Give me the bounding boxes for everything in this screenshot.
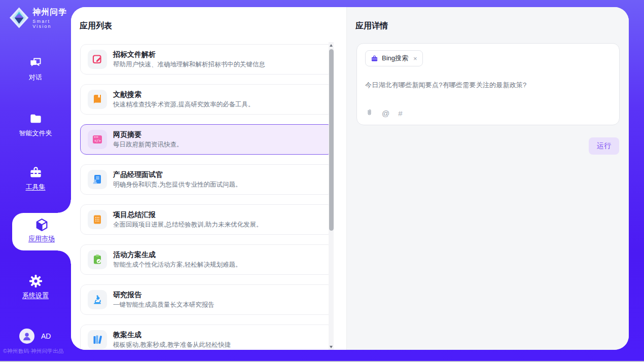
prompt-text[interactable]: 今日湖北有哪些新闻要点?有哪些需要关注的最新政策? (365, 81, 611, 90)
paperclip-icon[interactable] (366, 108, 373, 118)
user-initials: AD (41, 332, 51, 340)
app-card-desc: 快速精准查找学术资源,提高研究效率的必备工具。 (113, 100, 254, 109)
sidebar-item-label: 系统设置 (0, 291, 71, 300)
sidebar: 神州问学 Smart Vision 对话 智能文件夹 (0, 0, 71, 361)
run-button[interactable]: 运行 (589, 137, 619, 155)
app-card-literature-search[interactable]: 文献搜索 快速精准查找学术资源,提高研究效率的必备工具。 (80, 84, 334, 115)
sidebar-item-app-market[interactable]: 应用市场 (12, 213, 71, 250)
brand-name: 神州问学 (32, 7, 71, 18)
app-card-project-summary[interactable]: 项目总结汇报 全面回顾项目进展,总结经验教训,助力未来优化发展。 (80, 204, 334, 235)
sidebar-item-chat[interactable]: 对话 (0, 56, 71, 82)
sidebar-item-label: 对话 (0, 73, 71, 82)
sidebar-item-label: 应用市场 (12, 234, 71, 243)
app-window: 神州问学 Smart Vision 对话 智能文件夹 (0, 0, 644, 362)
sidebar-item-settings[interactable]: 系统设置 (0, 274, 71, 300)
tender-parse-icon (88, 50, 107, 69)
app-card-desc: 一键智能生成高质量长文本研究报告 (113, 301, 214, 309)
hash-icon[interactable]: # (398, 109, 403, 118)
sidebar-item-label: 工具集 (0, 183, 71, 192)
app-detail-title: 应用详情 (347, 7, 629, 31)
mention-icon[interactable]: @ (382, 109, 389, 118)
app-card-activity-plan[interactable]: 活动方案生成 智能生成个性化活动方案,轻松解决规划难题。 (80, 244, 334, 275)
app-card-desc: 模板驱动,教案秒成,教学准备从此轻松快捷 (113, 341, 231, 349)
app-card-title: 产品经理面试官 (113, 170, 241, 179)
brand-text: 神州问学 Smart Vision (32, 7, 71, 29)
app-list-panel: 应用列表 招标文件解析 帮助用户快速、准确地理解和解析招标书中的关键信息 (71, 7, 346, 350)
app-cards: 招标文件解析 帮助用户快速、准确地理解和解析招标书中的关键信息 文 (80, 44, 334, 350)
brand-subtitle: Smart Vision (32, 19, 71, 29)
app-card-research-report[interactable]: 研究报告 一键智能生成高质量长文本研究报告 (80, 284, 334, 315)
brand-logo: 神州问学 Smart Vision (9, 7, 71, 29)
copyright-text: ©神州数码·神州问学出品 (3, 348, 72, 355)
research-report-icon (88, 290, 107, 309)
scrollbar[interactable] (329, 42, 334, 350)
app-list-title: 应用列表 (71, 7, 346, 31)
app-card-title: 招标文件解析 (113, 50, 265, 59)
chat-icon (29, 56, 43, 70)
avatar (19, 329, 34, 344)
app-card-desc: 智能生成个性化活动方案,轻松解决规划难题。 (113, 261, 241, 269)
app-card-desc: 明确身份和职责,为您提供专业性的面试问题。 (113, 180, 241, 189)
app-card-title: 教案生成 (113, 330, 231, 340)
briefcase-icon (371, 55, 378, 62)
main-panel: 应用列表 招标文件解析 帮助用户快速、准确地理解和解析招标书中的关键信息 (71, 7, 629, 350)
purple-frame: 神州问学 Smart Vision 对话 智能文件夹 (0, 0, 644, 361)
lesson-plan-icon (88, 330, 107, 349)
user-profile[interactable]: AD (19, 329, 51, 344)
app-card-desc: 每日政府新闻资讯快查。 (113, 140, 183, 149)
sidebar-item-label: 智能文件夹 (0, 129, 71, 138)
tool-tag-label: Bing搜索 (382, 54, 408, 63)
cube-icon (34, 217, 50, 233)
sidebar-item-smart-folders[interactable]: 智能文件夹 (0, 112, 71, 138)
prompt-card[interactable]: Bing搜索 × 今日湖北有哪些新闻要点?有哪些需要关注的最新政策? @ # (356, 43, 620, 125)
scroll-up-icon[interactable] (329, 42, 334, 48)
web-summary-icon: </> (88, 130, 107, 149)
tool-tag-bing-search[interactable]: Bing搜索 × (365, 50, 423, 66)
app-card-title: 活动方案生成 (113, 250, 241, 260)
svg-text:</>: </> (94, 138, 101, 143)
project-summary-icon (88, 210, 107, 229)
app-card-tender-parse[interactable]: 招标文件解析 帮助用户快速、准确地理解和解析招标书中的关键信息 (80, 44, 334, 75)
gear-icon (29, 274, 43, 288)
scroll-down-icon[interactable] (329, 344, 334, 350)
app-card-title: 研究报告 (113, 290, 214, 300)
close-icon[interactable]: × (413, 55, 417, 62)
app-card-desc: 帮助用户快速、准确地理解和解析招标书中的关键信息 (113, 60, 265, 69)
scrollbar-thumb[interactable] (329, 49, 334, 231)
pm-interviewer-icon (88, 170, 107, 189)
toolbox-icon (29, 166, 43, 179)
attachment-toolbar: @ # (366, 108, 403, 118)
app-card-web-summary[interactable]: </> 网页摘要 每日政府新闻资讯快查。 (80, 124, 334, 155)
literature-search-icon (88, 90, 107, 109)
diamond-logo-icon (9, 7, 29, 29)
app-card-pm-interviewer[interactable]: 产品经理面试官 明确身份和职责,为您提供专业性的面试问题。 (80, 164, 334, 195)
app-card-title: 网页摘要 (113, 130, 183, 139)
sidebar-item-toolset[interactable]: 工具集 (0, 166, 71, 192)
app-card-lesson-plan[interactable]: 教案生成 模板驱动,教案秒成,教学准备从此轻松快捷 (80, 324, 334, 350)
person-icon (21, 331, 32, 342)
app-detail-panel: 应用详情 Bing搜索 × 今日湖北有哪些新闻要点?有哪些需要关注的最新政策? (346, 7, 629, 350)
folder-icon (29, 112, 43, 126)
app-card-title: 项目总结汇报 (113, 210, 262, 220)
app-card-desc: 全面回顾项目进展,总结经验教训,助力未来优化发展。 (113, 221, 262, 229)
app-card-title: 文献搜索 (113, 90, 254, 99)
activity-plan-icon (88, 250, 107, 269)
